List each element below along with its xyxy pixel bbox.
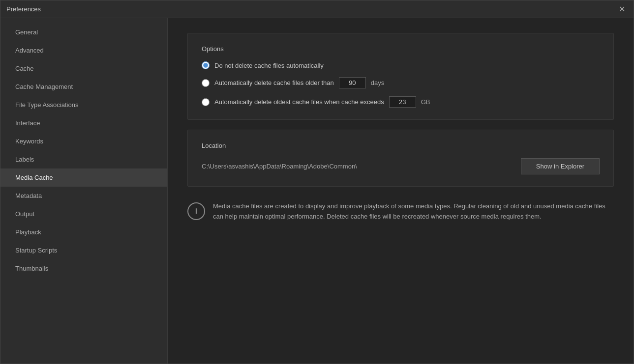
sidebar-item-keywords[interactable]: Keywords xyxy=(0,132,167,150)
preferences-window: Preferences ✕ General Advanced Cache Cac… xyxy=(0,0,634,364)
info-box: i Media cache files are created to displ… xyxy=(187,196,614,227)
location-path: C:\Users\asvashis\AppData\Roaming\Adobe\… xyxy=(202,163,511,170)
sidebar: General Advanced Cache Cache Management … xyxy=(0,18,168,364)
sidebar-item-startup-scripts[interactable]: Startup Scripts xyxy=(0,241,167,259)
sidebar-item-advanced[interactable]: Advanced xyxy=(0,41,167,59)
gb-unit: GB xyxy=(421,98,430,106)
sidebar-item-interface[interactable]: Interface xyxy=(0,114,167,132)
radio-older-than[interactable] xyxy=(202,79,210,87)
options-section: Options Do not delete cache files automa… xyxy=(187,33,614,120)
window-title: Preferences xyxy=(6,5,41,13)
info-icon: i xyxy=(187,202,205,220)
sidebar-item-cache-management[interactable]: Cache Management xyxy=(0,78,167,96)
radio-exceeds[interactable] xyxy=(202,98,210,106)
sidebar-item-file-type-associations[interactable]: File Type Associations xyxy=(0,96,167,114)
show-explorer-button[interactable]: Show in Explorer xyxy=(521,158,600,174)
radio-no-delete[interactable] xyxy=(202,61,210,69)
sidebar-item-playback[interactable]: Playback xyxy=(0,223,167,241)
option-label-no-delete: Do not delete cache files automatically xyxy=(214,62,324,69)
option-row-older-than: Automatically delete cache files older t… xyxy=(202,77,600,88)
title-bar: Preferences ✕ xyxy=(0,0,634,18)
option-label-exceeds: Automatically delete oldest cache files … xyxy=(214,98,384,106)
days-unit: days xyxy=(371,79,384,86)
sidebar-item-general[interactable]: General xyxy=(0,23,167,41)
sidebar-item-cache[interactable]: Cache xyxy=(0,59,167,78)
option-row-exceeds: Automatically delete oldest cache files … xyxy=(202,96,600,108)
sidebar-item-metadata[interactable]: Metadata xyxy=(0,187,167,205)
sidebar-item-labels[interactable]: Labels xyxy=(0,150,167,168)
info-text: Media cache files are created to display… xyxy=(213,201,614,222)
sidebar-item-output[interactable]: Output xyxy=(0,205,167,223)
main-content: Options Do not delete cache files automa… xyxy=(168,18,634,364)
sidebar-item-media-cache[interactable]: Media Cache xyxy=(0,168,167,187)
option-row-no-delete: Do not delete cache files automatically xyxy=(202,61,600,69)
location-section: Location C:\Users\asvashis\AppData\Roami… xyxy=(187,130,614,187)
options-title: Options xyxy=(202,45,600,53)
days-input[interactable] xyxy=(339,77,366,88)
content-area: General Advanced Cache Cache Management … xyxy=(0,18,634,364)
gb-input[interactable] xyxy=(389,96,416,108)
option-label-older-than: Automatically delete cache files older t… xyxy=(214,79,334,86)
location-row: C:\Users\asvashis\AppData\Roaming\Adobe\… xyxy=(202,158,600,174)
location-title: Location xyxy=(202,142,600,149)
sidebar-item-thumbnails[interactable]: Thumbnails xyxy=(0,259,167,278)
close-button[interactable]: ✕ xyxy=(616,3,628,15)
